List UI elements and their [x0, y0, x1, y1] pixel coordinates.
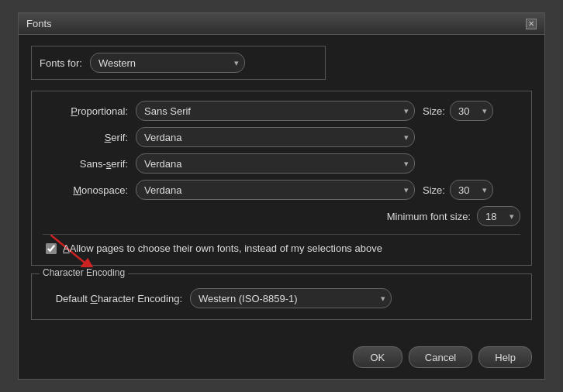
default-encoding-row: Default Character Encoding: Western (ISO… — [43, 288, 520, 308]
monospace-label: Monospace: — [43, 184, 128, 196]
monospace-dropdown-wrapper: Verdana Courier New — [136, 180, 415, 200]
sans-serif-dropdown[interactable]: Verdana Arial — [136, 153, 415, 174]
allow-pages-fonts-checkbox[interactable] — [46, 243, 57, 254]
fonts-for-label: Fonts for: — [40, 57, 82, 69]
proportional-size-dropdown[interactable]: 30 12 14 16 18 24 — [450, 101, 493, 121]
fonts-for-dropdown[interactable]: Western Other Languages — [90, 53, 245, 73]
cancel-button[interactable]: Cancel — [409, 346, 472, 368]
sans-serif-row: Sans-serif: Verdana Arial — [43, 153, 520, 174]
proportional-dropdown[interactable]: Sans Serif Serif — [136, 101, 415, 121]
min-font-row: Minimum font size: 18 9 10 12 — [43, 206, 520, 226]
default-encoding-dropdown[interactable]: Western (ISO-8859-1) UTF-8 — [190, 288, 392, 308]
sans-serif-label: Sans-serif: — [43, 158, 128, 170]
proportional-size-wrapper: 30 12 14 16 18 24 — [450, 101, 493, 121]
serif-label: Serif: — [43, 132, 128, 143]
divider — [43, 234, 520, 235]
proportional-label: Proportional: — [43, 105, 128, 117]
min-font-size-wrapper: 18 9 10 12 — [477, 206, 520, 226]
dialog-content: Fonts for: Western Other Languages Propo… — [19, 35, 544, 339]
proportional-dropdown-wrapper: Sans Serif Serif — [136, 101, 415, 121]
ok-button[interactable]: OK — [353, 346, 402, 368]
fonts-group: Proportional: Sans Serif Serif Size: 30 … — [31, 91, 532, 266]
help-button[interactable]: Help — [478, 346, 532, 368]
monospace-row: Monospace: Verdana Courier New Size: 30 … — [43, 180, 520, 200]
proportional-row: Proportional: Sans Serif Serif Size: 30 … — [43, 101, 520, 121]
allow-pages-fonts-row: AAllow pages to choose their own fonts, … — [43, 242, 520, 254]
min-font-label: Minimum font size: — [387, 211, 471, 222]
default-encoding-label: Default Character Encoding: — [43, 293, 182, 304]
close-button[interactable]: ✕ — [526, 19, 537, 29]
fonts-for-dropdown-wrapper: Western Other Languages — [90, 53, 245, 73]
monospace-size-wrapper: 30 12 14 — [450, 180, 493, 200]
character-encoding-section-label: Character Encoding — [40, 267, 128, 278]
serif-dropdown-wrapper: Verdana Times New Roman — [136, 127, 415, 147]
checkbox-wrapper: AAllow pages to choose their own fonts, … — [43, 242, 520, 254]
monospace-dropdown[interactable]: Verdana Courier New — [136, 180, 415, 200]
title-bar: Fonts ✕ — [19, 13, 544, 35]
default-encoding-dropdown-wrapper: Western (ISO-8859-1) UTF-8 — [190, 288, 392, 308]
dialog-title: Fonts — [26, 18, 52, 29]
monospace-size-dropdown[interactable]: 30 12 14 — [450, 180, 493, 200]
serif-row: Serif: Verdana Times New Roman — [43, 127, 520, 147]
min-font-size-dropdown[interactable]: 18 9 10 12 — [477, 206, 520, 226]
monospace-size-label: Size: — [423, 184, 445, 196]
serif-dropdown[interactable]: Verdana Times New Roman — [136, 127, 415, 147]
sans-serif-dropdown-wrapper: Verdana Arial — [136, 153, 415, 174]
button-row: OK Cancel Help — [19, 339, 544, 379]
character-encoding-group: Character Encoding Default Character Enc… — [31, 273, 532, 320]
allow-pages-fonts-label: AAllow pages to choose their own fonts, … — [63, 242, 382, 254]
fonts-for-row: Fonts for: Western Other Languages — [31, 46, 326, 80]
proportional-size-label: Size: — [423, 105, 445, 117]
fonts-dialog: Fonts ✕ Fonts for: Western Other Languag… — [18, 12, 545, 380]
